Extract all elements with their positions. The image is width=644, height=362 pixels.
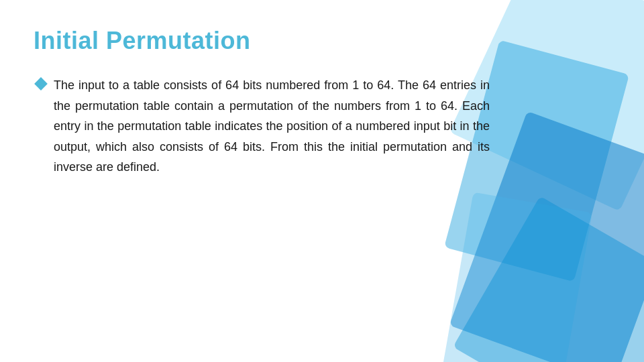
bg-shape-5 xyxy=(453,196,644,362)
slide-content: Initial Permutation The input to a table… xyxy=(0,0,644,198)
bullet-item: The input to a table consists of 64 bits… xyxy=(34,75,490,178)
slide-container: Initial Permutation The input to a table… xyxy=(0,0,644,362)
bullet-diamond-icon xyxy=(34,77,48,90)
bg-shape-4 xyxy=(441,192,592,362)
bullet-text: The input to a table consists of 64 bits… xyxy=(54,75,490,178)
slide-title: Initial Permutation xyxy=(34,27,610,55)
